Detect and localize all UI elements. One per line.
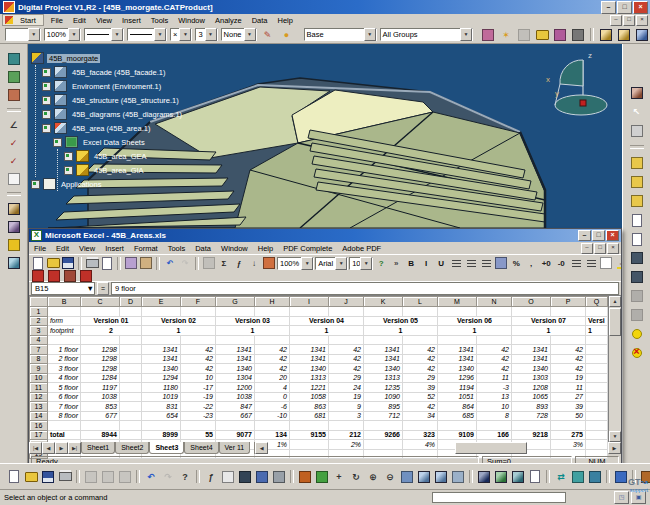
undo-icon[interactable]: ↶ — [143, 470, 159, 484]
axis-tool-2-icon[interactable] — [616, 28, 632, 42]
cell-K4[interactable] — [364, 335, 403, 345]
column-header-J[interactable]: J — [329, 297, 364, 307]
excel-menu-view[interactable]: View — [74, 244, 100, 253]
cell-G3[interactable]: 1 — [216, 326, 290, 336]
numbering-icon[interactable] — [6, 238, 22, 252]
column-header-L[interactable]: L — [403, 297, 438, 307]
cell-I10[interactable]: 1313 — [290, 373, 329, 383]
tree-item-enviroment-enviroment-1[interactable]: Enviroment (Enviroment.1) — [31, 79, 184, 93]
cell-O3[interactable]: 1 — [512, 326, 586, 336]
cell-C13[interactable]: 853 — [81, 402, 120, 412]
row-header-1[interactable]: 1 — [30, 307, 48, 317]
viewpoint-icon[interactable] — [629, 86, 645, 100]
cell-C11[interactable]: 1197 — [81, 383, 120, 393]
cell-Q10[interactable] — [586, 373, 608, 383]
cell-G10[interactable]: 1304 — [216, 373, 255, 383]
column-header-M[interactable]: M — [438, 297, 477, 307]
font-size-dropdown[interactable]: 10▼ — [349, 257, 373, 270]
cell-H9[interactable]: 42 — [255, 364, 290, 374]
cell-C7[interactable]: 1298 — [81, 345, 120, 355]
decrease-decimal-icon[interactable]: -0 — [554, 257, 568, 270]
scroll-left-icon[interactable]: ◀ — [255, 442, 268, 454]
cell-L7[interactable]: 42 — [403, 345, 438, 355]
cell-G1[interactable] — [216, 307, 255, 317]
excel-menu-help[interactable]: Help — [253, 244, 278, 253]
cell-M14[interactable]: 685 — [438, 411, 477, 421]
cell-J1[interactable] — [329, 307, 364, 317]
xl-hyperlink-icon[interactable] — [202, 257, 216, 270]
scroll-up-icon[interactable]: ▲ — [609, 296, 621, 307]
cell-Q2[interactable]: Versi — [586, 316, 608, 326]
constraint-cluster-icon[interactable] — [6, 220, 22, 234]
tree-item-45b-area-gia[interactable]: 45B_area_GIA — [31, 163, 184, 177]
xl-print-icon[interactable] — [85, 257, 99, 270]
linetype2-dropdown[interactable]: ▼ — [127, 28, 167, 41]
cell-D17[interactable] — [120, 430, 142, 440]
cell-L16[interactable] — [403, 421, 438, 431]
dropdown-arrow-icon[interactable]: ▼ — [360, 257, 372, 270]
sheet-tab-ver-11[interactable]: Ver 11 — [219, 442, 251, 454]
cell-D10[interactable] — [120, 373, 142, 383]
cell-P13[interactable]: 39 — [551, 402, 586, 412]
cell-F7[interactable]: 42 — [181, 345, 216, 355]
tree-item-applications[interactable]: Applications — [31, 177, 184, 191]
cell-K1[interactable] — [364, 307, 403, 317]
align-right-icon[interactable] — [479, 257, 493, 270]
column-header-K[interactable]: K — [364, 297, 403, 307]
paint-copy-icon[interactable] — [480, 28, 496, 42]
row-header-2[interactable]: 2 — [30, 316, 48, 326]
light-on-icon[interactable] — [629, 327, 645, 341]
row-header-7[interactable]: 7 — [30, 345, 48, 355]
xl-redo-icon[interactable]: ↷ — [178, 257, 192, 270]
opacity-dropdown[interactable]: 100%▼ — [44, 28, 81, 41]
cell-M2[interactable]: Version 06 — [438, 316, 512, 326]
report-page-icon[interactable] — [629, 213, 645, 227]
menu-tools[interactable]: Tools — [146, 16, 174, 25]
assembly-cluster-icon[interactable] — [6, 202, 22, 216]
cell-B10[interactable]: 4 floor — [48, 373, 81, 383]
cell-N7[interactable]: 42 — [477, 345, 512, 355]
cell-G14[interactable]: 667 — [216, 411, 255, 421]
pdf-complete-2-icon[interactable] — [47, 272, 61, 281]
fly-icon[interactable] — [297, 470, 313, 484]
cell-K11[interactable]: 1235 — [364, 383, 403, 393]
mdi-minimize-button[interactable]: – — [610, 15, 622, 26]
column-header-B[interactable]: B — [48, 297, 81, 307]
cell-L4[interactable] — [403, 335, 438, 345]
workbench-dropdown[interactable]: Base▼ — [304, 28, 377, 41]
excel-minimize-button[interactable]: – — [578, 230, 591, 241]
cell-D9[interactable] — [120, 364, 142, 374]
new-icon[interactable] — [6, 470, 22, 484]
row-header-10[interactable]: 10 — [30, 373, 48, 383]
column-header-E[interactable]: E — [142, 297, 181, 307]
copy-icon[interactable] — [100, 470, 116, 484]
column-header-P[interactable]: P — [551, 297, 586, 307]
cell-J13[interactable]: 9 — [329, 402, 364, 412]
cell-K10[interactable]: 1313 — [364, 373, 403, 383]
cell-E14[interactable]: 654 — [142, 411, 181, 421]
cell-D16[interactable] — [120, 421, 142, 431]
redo-icon[interactable]: ↷ — [160, 470, 176, 484]
xl-preview-icon[interactable] — [100, 257, 114, 270]
scroll-down-icon[interactable]: ▼ — [609, 431, 621, 442]
cell-O14[interactable]: 728 — [512, 411, 551, 421]
excel-titlebar[interactable]: X Microsoft Excel - 45B_Areas.xls – □ × — [29, 229, 621, 242]
zoom-out-icon[interactable]: ⊖ — [382, 470, 398, 484]
cell-B17[interactable]: total — [48, 430, 81, 440]
cell-Q3[interactable]: 1 — [586, 326, 608, 336]
cell-K8[interactable]: 1341 — [364, 354, 403, 364]
pdf-complete-4-icon[interactable] — [79, 272, 93, 281]
cell-F16[interactable] — [181, 421, 216, 431]
cell-M1[interactable] — [438, 307, 477, 317]
menu-view[interactable]: View — [91, 16, 117, 25]
xl-format-painter-icon[interactable] — [139, 257, 153, 270]
excel-mdi-minimize-button[interactable]: – — [581, 243, 593, 254]
cell-Q8[interactable] — [586, 354, 608, 364]
excel-menu-data[interactable]: Data — [190, 244, 216, 253]
menu-start[interactable]: Start — [15, 16, 41, 25]
menu-insert[interactable]: Insert — [117, 16, 146, 25]
cell-F12[interactable]: -19 — [181, 392, 216, 402]
cell-J8[interactable]: 42 — [329, 354, 364, 364]
last-sheet-button[interactable]: ▶| — [68, 442, 81, 454]
cell-C16[interactable] — [81, 421, 120, 431]
